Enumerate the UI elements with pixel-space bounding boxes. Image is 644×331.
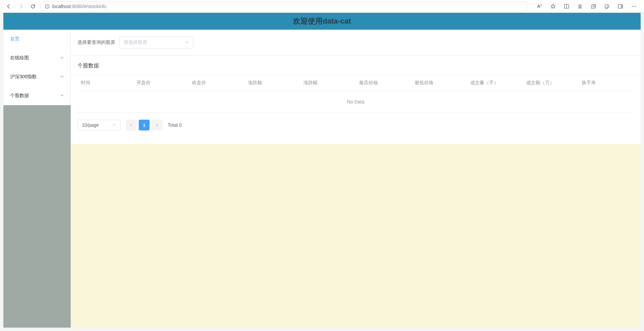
arrow-left-icon	[6, 4, 11, 9]
favorites-icon[interactable]	[574, 2, 586, 11]
svg-rect-2	[47, 6, 47, 7]
info-icon	[45, 4, 50, 9]
svg-point-9	[634, 6, 634, 6]
split-screen-icon[interactable]	[560, 2, 573, 11]
url-bar[interactable]: localhost:8080/#/stockinfo	[40, 1, 528, 11]
svg-point-8	[632, 6, 633, 6]
svg-point-10	[635, 6, 636, 6]
collections-icon[interactable]	[587, 2, 600, 11]
star-icon[interactable]	[547, 2, 559, 11]
refresh-icon	[30, 4, 36, 9]
arrow-right-icon	[18, 4, 24, 9]
back-button[interactable]	[4, 2, 13, 11]
browser-actions: A»	[534, 2, 640, 11]
performance-icon[interactable]	[601, 2, 613, 11]
read-aloud-icon[interactable]: A»	[534, 2, 546, 11]
forward-button[interactable]	[16, 2, 26, 11]
refresh-button[interactable]	[28, 2, 38, 11]
svg-point-1	[47, 5, 47, 6]
browser-toolbar: localhost:8080/#/stockinfo A»	[0, 0, 644, 13]
sidebar-toggle-icon[interactable]	[614, 2, 626, 11]
url-text: localhost:8080/#/stockinfo	[52, 4, 106, 9]
more-icon[interactable]	[628, 2, 640, 11]
